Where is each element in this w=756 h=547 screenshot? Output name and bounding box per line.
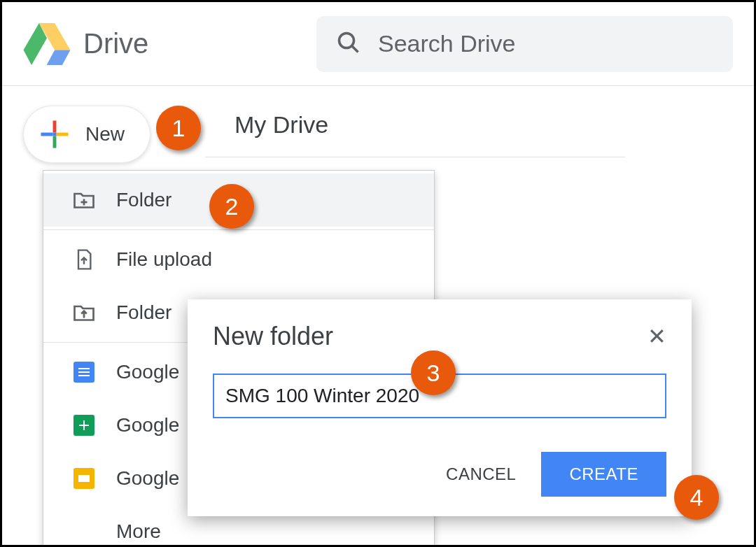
menu-label: More (116, 520, 161, 543)
callout-2: 2 (209, 184, 254, 229)
new-button[interactable]: New (23, 106, 150, 163)
logo-area[interactable]: Drive (23, 23, 148, 65)
callout-4: 4 (674, 475, 719, 520)
cancel-button[interactable]: CANCEL (446, 464, 516, 484)
main-area: My Drive (205, 86, 754, 163)
menu-label: Folder (116, 189, 172, 211)
menu-item-file-upload[interactable]: File upload (43, 233, 434, 286)
svg-rect-4 (41, 133, 52, 136)
svg-rect-6 (53, 133, 57, 136)
file-upload-icon (71, 247, 97, 272)
breadcrumb[interactable]: My Drive (205, 106, 625, 157)
new-folder-dialog: New folder ✕ CANCEL CREATE (188, 299, 692, 516)
create-button[interactable]: CREATE (541, 452, 666, 497)
menu-label: Google (116, 467, 179, 490)
close-button[interactable]: ✕ (648, 323, 666, 350)
drive-logo-icon (23, 23, 71, 65)
header-bar: Drive Search Drive (2, 2, 754, 86)
close-icon: ✕ (648, 324, 666, 349)
callout-1: 1 (156, 106, 201, 150)
svg-rect-3 (53, 136, 57, 148)
search-icon (336, 30, 361, 58)
folder-new-icon (71, 187, 97, 213)
plus-icon (39, 119, 70, 150)
menu-label: Google (116, 361, 179, 383)
product-name: Drive (83, 28, 148, 59)
slides-icon (71, 466, 97, 491)
menu-label: File upload (116, 248, 212, 271)
callout-3: 3 (411, 350, 456, 395)
svg-rect-5 (56, 133, 68, 136)
svg-line-1 (352, 45, 358, 52)
blank-icon (71, 519, 97, 544)
menu-label: Folder (116, 301, 172, 324)
sheets-icon (71, 413, 97, 438)
docs-icon (71, 360, 97, 385)
search-placeholder: Search Drive (378, 30, 516, 57)
dialog-title: New folder (213, 322, 333, 351)
new-button-label: New (85, 123, 125, 145)
svg-rect-2 (53, 120, 57, 132)
menu-label: Google (116, 414, 179, 436)
search-bar[interactable]: Search Drive (316, 16, 733, 72)
folder-upload-icon (71, 300, 97, 325)
svg-point-0 (340, 33, 354, 48)
